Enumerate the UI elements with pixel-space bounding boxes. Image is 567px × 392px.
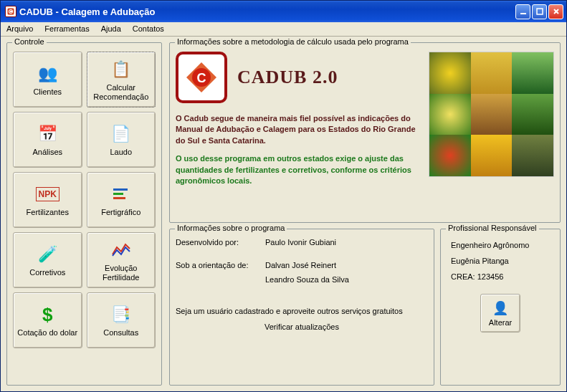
fertilizantes-button[interactable]: NPK Fertilizantes <box>13 172 82 228</box>
svg-rect-4 <box>537 9 543 14</box>
calcular-button[interactable]: 📋 Calcular Recomendação <box>87 52 156 107</box>
professional-group: Profissional Responsável Engenheiro Agrô… <box>440 229 561 386</box>
bottom-row: Informações sobre o programa Desenvolvid… <box>169 229 561 386</box>
professional-crea: CREA: 123456 <box>451 272 550 281</box>
professional-title: Profissional Responsável <box>446 224 539 232</box>
analises-button[interactable]: 📅 Análises <box>13 112 82 168</box>
developed-by-label: Desenvolvido por: <box>176 238 265 247</box>
oriented-by-value-1: Dalvan José Reinert <box>265 261 428 269</box>
app-logo: C <box>176 52 227 103</box>
clientes-button[interactable]: 👥 Clientes <box>13 52 82 107</box>
evolucao-label: Evolução Fertilidade <box>89 264 154 281</box>
window-title: CADUB - Calagem e Adubação <box>19 6 515 17</box>
clientes-label: Clientes <box>33 87 62 96</box>
svg-rect-7 <box>113 188 128 191</box>
oriented-by-value-2: Leandro Souza da Silva <box>265 275 428 284</box>
corretivos-button[interactable]: 🧪 Corretivos <box>13 232 82 288</box>
consultas-label: Consultas <box>103 328 138 337</box>
person-icon: 👤 <box>492 300 509 317</box>
dollar-icon: $ <box>36 303 59 326</box>
minimize-button[interactable] <box>515 4 530 19</box>
calcular-label: Calcular Recomendação <box>89 83 154 100</box>
fertilizantes-label: Fertilizantes <box>27 208 69 216</box>
svg-rect-3 <box>520 13 526 14</box>
application-window: C CADUB - Calagem e Adubação Arquivo Fer… <box>0 0 567 392</box>
app-icon: C <box>5 6 16 17</box>
laudo-label: Laudo <box>110 148 132 156</box>
svg-text:C: C <box>197 71 206 85</box>
npk-icon: NPK <box>36 183 59 206</box>
laudo-button[interactable]: 📄 Laudo <box>87 112 156 168</box>
window-controls <box>515 4 563 19</box>
close-button[interactable] <box>548 4 563 19</box>
oriented-by-label: Sob a orientação de: <box>176 261 265 269</box>
calculator-icon: 📋 <box>110 58 133 81</box>
soil-icon: 🧪 <box>36 243 59 266</box>
people-icon: 👥 <box>36 62 59 85</box>
methodology-text-2: O uso desse programa em outros estados e… <box>176 153 416 186</box>
svg-rect-9 <box>113 197 125 199</box>
maximize-button[interactable] <box>532 4 547 19</box>
menubar: Arquivo Ferramentas Ajuda Contatos <box>1 22 566 37</box>
right-column: Informações sobre a metodologia de cálcu… <box>169 42 561 386</box>
register-text: Seja um usuário cadastrado e aproveite o… <box>176 307 428 315</box>
alterar-label: Alterar <box>489 318 512 327</box>
calendar-icon: 📅 <box>36 123 59 145</box>
titlebar[interactable]: C CADUB - Calagem e Adubação <box>1 1 566 22</box>
methodology-group: Informações sobre a metodologia de cálcu… <box>169 42 561 223</box>
methodology-left: C CADUB 2.0 O Cadub segue de maneira mai… <box>176 52 416 186</box>
consultas-button[interactable]: 📑 Consultas <box>87 292 156 348</box>
crop-images-grid <box>429 52 554 177</box>
corretivos-label: Corretivos <box>29 268 65 277</box>
cotacao-label: Cotação do dolar <box>17 328 77 337</box>
methodology-title: Informações sobre a metodologia de cálcu… <box>175 37 411 46</box>
menu-ajuda[interactable]: Ajuda <box>95 22 127 36</box>
methodology-text-1: O Cadub segue de maneira mais fiel possí… <box>176 113 416 146</box>
analises-label: Análises <box>32 148 62 156</box>
cotacao-button[interactable]: $ Cotação do dolar <box>13 292 82 348</box>
professional-name: Eugênia Pitanga <box>451 257 550 265</box>
professional-role: Engenheiro Agrônomo <box>451 241 550 249</box>
developed-by-value: Paulo Ivonir Gubiani <box>265 238 428 247</box>
bars-icon <box>110 183 133 206</box>
controle-group: Controle 👥 Clientes 📋 Calcular Recomenda… <box>6 42 162 386</box>
app-name: CADUB 2.0 <box>237 67 338 88</box>
controle-title: Controle <box>12 37 47 46</box>
report-icon: 📄 <box>110 123 133 145</box>
svg-text:C: C <box>9 9 12 14</box>
fertigrafico-button[interactable]: Fertigráfico <box>87 172 156 228</box>
evolucao-button[interactable]: Evolução Fertilidade <box>87 232 156 288</box>
menu-ferramentas[interactable]: Ferramentas <box>39 22 95 36</box>
program-info-title: Informações sobre o programa <box>175 224 287 232</box>
controle-grid: 👥 Clientes 📋 Calcular Recomendação 📅 Aná… <box>13 52 156 348</box>
fertigrafico-label: Fertigráfico <box>101 208 140 216</box>
verify-updates-link[interactable]: Verificar atualizações <box>176 322 428 331</box>
documents-icon: 📑 <box>110 303 133 326</box>
svg-rect-8 <box>113 193 123 195</box>
alterar-button[interactable]: 👤 Alterar <box>480 294 520 333</box>
trend-icon <box>110 239 133 262</box>
menu-contatos[interactable]: Contatos <box>127 22 170 36</box>
client-area: Controle 👥 Clientes 📋 Calcular Recomenda… <box>1 37 566 391</box>
program-info-group: Informações sobre o programa Desenvolvid… <box>169 229 434 386</box>
menu-arquivo[interactable]: Arquivo <box>1 22 39 36</box>
